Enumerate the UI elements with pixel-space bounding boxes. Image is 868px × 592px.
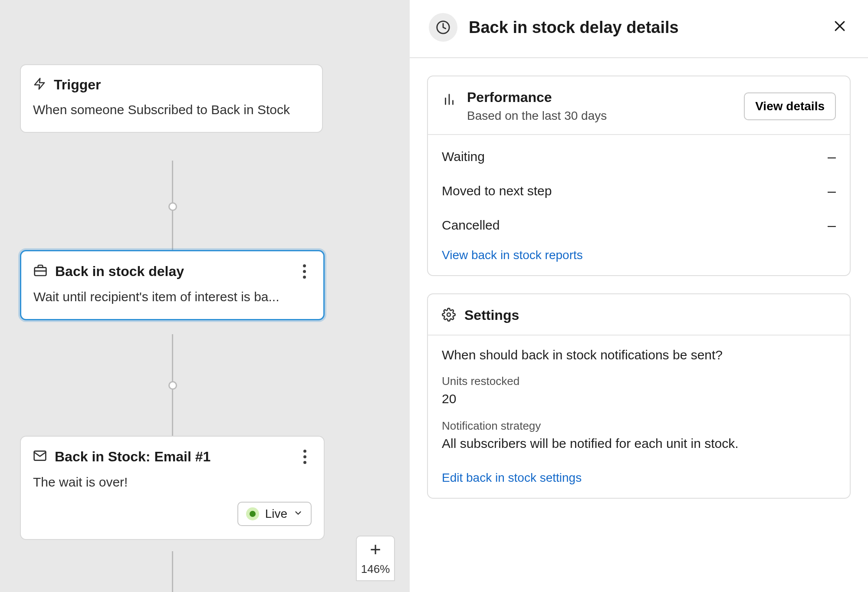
email-status-label: Live bbox=[265, 507, 287, 521]
email-card-menu-button[interactable] bbox=[298, 448, 312, 465]
flow-card-email[interactable]: Back in Stock: Email #1 The wait is over… bbox=[20, 436, 325, 540]
performance-title: Performance bbox=[467, 89, 607, 105]
settings-question: When should back in stock notifications … bbox=[442, 348, 836, 362]
notification-strategy-value: All subscribers will be notified for eac… bbox=[442, 436, 836, 451]
metric-value: – bbox=[828, 217, 836, 234]
settings-title: Settings bbox=[464, 307, 519, 323]
briefcase-icon bbox=[33, 263, 47, 279]
units-restocked-label: Units restocked bbox=[442, 375, 836, 388]
performance-section: Performance Based on the last 30 days Vi… bbox=[427, 76, 851, 276]
flow-card-delay[interactable]: Back in stock delay Wait until recipient… bbox=[20, 250, 325, 320]
metric-value: – bbox=[828, 148, 836, 165]
flow-canvas[interactable]: Trigger When someone Subscribed to Back … bbox=[0, 0, 410, 592]
units-restocked-value: 20 bbox=[442, 391, 836, 406]
chevron-down-icon bbox=[293, 508, 303, 520]
status-indicator-icon bbox=[246, 507, 259, 520]
delay-title: Back in stock delay bbox=[55, 263, 184, 280]
clock-icon bbox=[429, 13, 457, 42]
metric-label: Cancelled bbox=[442, 218, 500, 233]
metric-label: Waiting bbox=[442, 149, 485, 164]
edit-settings-link[interactable]: Edit back in stock settings bbox=[442, 471, 582, 484]
connector-dot[interactable] bbox=[168, 381, 177, 390]
metric-row-waiting: Waiting – bbox=[442, 139, 836, 174]
connector-dot[interactable] bbox=[168, 202, 177, 211]
email-description: The wait is over! bbox=[33, 473, 312, 491]
details-panel: Back in stock delay details Performance … bbox=[410, 0, 868, 592]
gear-icon bbox=[442, 308, 456, 323]
flow-card-trigger[interactable]: Trigger When someone Subscribed to Back … bbox=[20, 64, 323, 133]
metric-row-cancelled: Cancelled – bbox=[442, 208, 836, 242]
bar-chart-icon bbox=[442, 92, 457, 109]
performance-subtitle: Based on the last 30 days bbox=[467, 109, 607, 123]
email-status-select[interactable]: Live bbox=[237, 502, 312, 526]
lightning-icon bbox=[33, 76, 46, 93]
svg-marker-0 bbox=[35, 79, 45, 89]
view-reports-link[interactable]: View back in stock reports bbox=[442, 248, 583, 262]
metric-row-moved: Moved to next step – bbox=[442, 174, 836, 208]
panel-title: Back in stock delay details bbox=[469, 18, 679, 37]
email-title: Back in Stock: Email #1 bbox=[55, 449, 210, 465]
zoom-in-button[interactable]: + bbox=[370, 540, 381, 559]
view-details-button[interactable]: View details bbox=[744, 92, 836, 120]
close-button[interactable] bbox=[832, 18, 847, 36]
delay-description: Wait until recipient's item of interest … bbox=[33, 288, 311, 306]
metric-value: – bbox=[828, 182, 836, 199]
delay-card-menu-button[interactable] bbox=[297, 263, 311, 280]
zoom-level: 146% bbox=[361, 562, 390, 576]
panel-header: Back in stock delay details bbox=[410, 0, 868, 58]
mail-icon bbox=[33, 449, 47, 464]
trigger-title: Trigger bbox=[54, 77, 101, 93]
notification-strategy-label: Notification strategy bbox=[442, 419, 836, 433]
connector-line bbox=[172, 551, 173, 592]
metric-label: Moved to next step bbox=[442, 184, 552, 198]
svg-point-10 bbox=[447, 313, 450, 316]
zoom-control: + 146% bbox=[356, 536, 395, 581]
settings-section: Settings When should back in stock notif… bbox=[427, 293, 851, 499]
trigger-description: When someone Subscribed to Back in Stock bbox=[33, 101, 310, 119]
